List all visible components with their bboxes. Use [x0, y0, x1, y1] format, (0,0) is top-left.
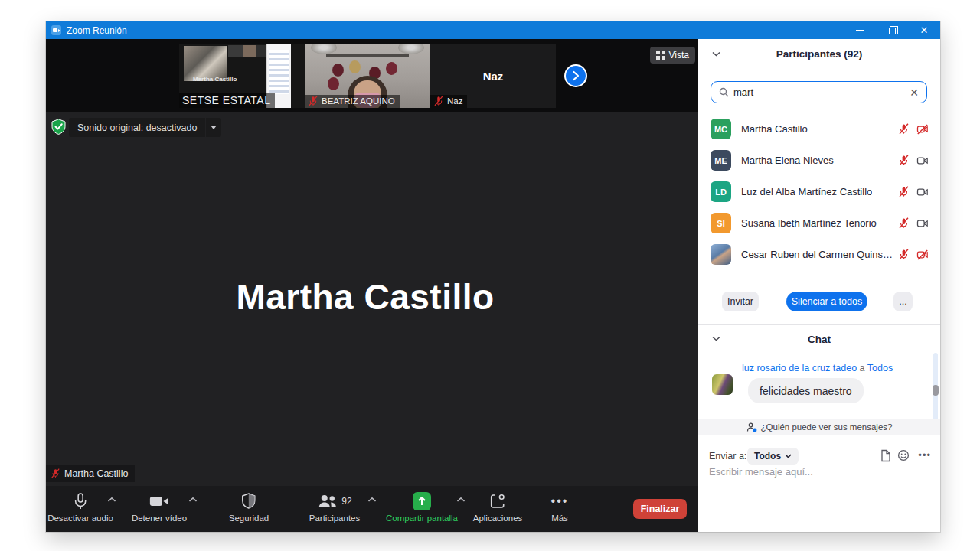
participant-name: Martha Elena Nieves: [741, 155, 834, 166]
chat-message-sender: luz rosario de la cruz tadeo a Todos: [742, 363, 893, 373]
video-options-caret[interactable]: [188, 497, 198, 503]
participant-row[interactable]: SI Susana Ibeth Martínez Tenorio: [698, 207, 940, 239]
mute-audio-label: Desactivar audio: [47, 514, 113, 523]
original-sound-dropdown[interactable]: [206, 118, 221, 137]
avatar: ME: [710, 150, 731, 171]
thumbnail-label-text: Naz: [447, 96, 462, 106]
participants-search-input[interactable]: [733, 86, 905, 98]
window-title: Zoom Reunión: [67, 25, 127, 36]
share-screen-icon: [413, 492, 431, 510]
security-button[interactable]: Seguridad: [229, 491, 269, 523]
side-panel: Participantes (92) ✕ MC Martha Castillo: [698, 39, 940, 532]
camera-on-icon: [916, 186, 929, 198]
audio-options-caret[interactable]: [107, 497, 116, 503]
chat-message-bubble: felicidades maestro: [748, 378, 864, 403]
muted-mic-icon: [898, 155, 910, 166]
self-nametag: Martha Castillo: [46, 465, 135, 482]
chat-compose-row: Enviar a: Todos •••: [698, 448, 940, 465]
participants-options-caret[interactable]: [368, 497, 377, 503]
participants-count: 92: [341, 496, 351, 507]
end-meeting-button[interactable]: Finalizar: [633, 499, 687, 519]
caret-down-icon: [211, 126, 217, 129]
view-button-label: Vista: [669, 50, 689, 60]
sender-connector: a: [860, 363, 865, 373]
send-to-value: Todos: [754, 451, 781, 461]
mute-audio-button[interactable]: Desactivar audio: [47, 491, 113, 523]
chevron-right-icon: [571, 70, 580, 81]
participants-more-button[interactable]: ...: [893, 292, 913, 311]
video-thumbnail-setse-estatal[interactable]: Martha Castillo SETSE ESTATAL: [179, 44, 305, 108]
muted-mic-icon: [51, 468, 60, 478]
participant-row[interactable]: Cesar Ruben del Carmen Quinsh...: [698, 239, 940, 270]
panel-divider: [698, 324, 940, 325]
mute-all-button[interactable]: Silenciar a todos: [786, 292, 867, 311]
original-sound-toggle[interactable]: Sonido original: desactivado: [69, 118, 221, 137]
security-shield-icon: [51, 119, 66, 135]
chat-message-avatar: [712, 374, 733, 395]
share-screen-label: Compartir pantalla: [386, 514, 458, 523]
video-camera-icon: [149, 494, 169, 508]
close-button[interactable]: ✕: [908, 21, 940, 39]
participant-row[interactable]: MC Martha Castillo: [698, 113, 940, 145]
more-button[interactable]: ••• Más: [551, 491, 569, 523]
participant-row[interactable]: LD Luz del Alba Martínez Castillo: [698, 176, 940, 207]
shield-icon: [241, 493, 256, 510]
send-to-dropdown[interactable]: Todos: [747, 448, 799, 465]
participants-search[interactable]: ✕: [710, 81, 927, 103]
chat-message-input[interactable]: [709, 466, 923, 478]
chat-more-icon[interactable]: •••: [918, 449, 931, 461]
chat-panel-title: Chat: [698, 334, 940, 345]
decoration: [398, 44, 424, 54]
participants-icon: [317, 494, 337, 509]
minimize-button[interactable]: [844, 21, 876, 39]
zoom-app-icon: [51, 25, 61, 35]
apps-button[interactable]: Aplicaciones: [473, 491, 523, 523]
view-button[interactable]: Vista: [650, 47, 695, 64]
send-to-label: Enviar a:: [709, 451, 746, 461]
title-bar: Zoom Reunión ✕: [46, 21, 940, 39]
video-filmstrip: Martha Castillo SETSE ESTATAL: [179, 44, 556, 108]
camera-off-icon: [916, 249, 929, 261]
thumbnail-label-text: SETSE ESTATAL: [182, 94, 270, 106]
restore-button[interactable]: [876, 21, 908, 39]
chat-scrollbar-thumb[interactable]: [933, 385, 939, 396]
chat-privacy-bar[interactable]: ¿Quién puede ver sus mensajes?: [698, 419, 940, 435]
camera-on-icon: [916, 217, 929, 230]
share-options-caret[interactable]: [456, 497, 466, 503]
participant-row[interactable]: ME Martha Elena Nieves: [698, 145, 940, 176]
grid-view-icon: [656, 51, 665, 60]
emoji-icon[interactable]: [897, 449, 910, 461]
avatar-photo: [710, 244, 731, 265]
privacy-person-icon: [746, 422, 757, 432]
video-thumbnail-beatriz-aquino[interactable]: BEATRIZ AQUINO: [305, 44, 430, 108]
participant-name: Luz del Alba Martínez Castillo: [741, 186, 872, 197]
file-attach-icon[interactable]: [880, 449, 891, 462]
meeting-toolbar: Desactivar audio Detener vídeo: [46, 486, 698, 532]
video-area: Martha Castillo SETSE ESTATAL: [46, 39, 698, 532]
participants-button[interactable]: 92 Participantes: [309, 491, 360, 523]
thumbnail-name-label: Naz: [430, 95, 467, 108]
minimize-icon: [856, 30, 864, 31]
restore-icon: [889, 28, 896, 34]
invite-button[interactable]: Invitar: [722, 292, 759, 311]
chevron-down-icon: [785, 454, 792, 458]
muted-mic-icon: [433, 96, 444, 106]
active-speaker-name: Martha Castillo: [46, 276, 684, 318]
decoration: [311, 44, 337, 54]
participant-name: Susana Ibeth Martínez Tenorio: [741, 217, 877, 229]
clear-search-icon[interactable]: ✕: [910, 87, 919, 98]
avatar: SI: [710, 213, 731, 233]
thumbnail-display-name: Naz: [430, 70, 556, 83]
video-thumbnail-naz[interactable]: Naz Naz: [430, 44, 556, 108]
participants-actions: Invitar Silenciar a todos ...: [698, 292, 940, 311]
thumbnail-label-text: BEATRIZ AQUINO: [322, 96, 395, 106]
stop-video-button[interactable]: Detener vídeo: [132, 491, 187, 523]
muted-mic-icon: [308, 96, 318, 106]
camera-off-icon: [916, 123, 929, 135]
share-screen-button[interactable]: Compartir pantalla: [386, 491, 458, 523]
more-icon: •••: [551, 493, 569, 510]
apps-label: Aplicaciones: [473, 514, 523, 523]
next-page-button[interactable]: [564, 64, 587, 87]
participant-name: Cesar Ruben del Carmen Quinsh...: [741, 249, 893, 260]
avatar: MC: [710, 119, 731, 139]
